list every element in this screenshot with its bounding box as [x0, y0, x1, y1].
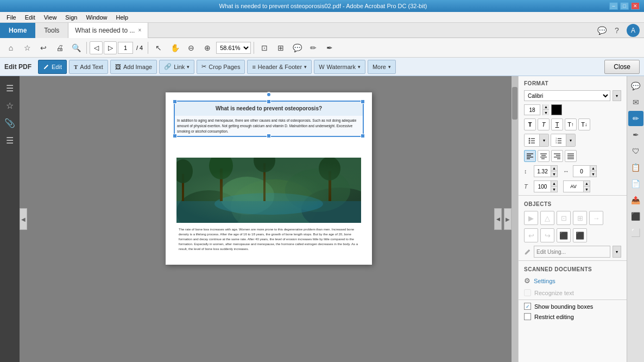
show-bounding-boxes-checkbox[interactable]: ✓ [524, 303, 531, 310]
char-spacing-up[interactable]: ▲ [590, 166, 596, 171]
superscript-button[interactable]: T↑ [565, 118, 577, 130]
close-window-button[interactable]: ✕ [631, 2, 640, 10]
print-btn[interactable]: 🖨 [52, 40, 67, 55]
kerning-down[interactable]: ▼ [583, 186, 590, 192]
edit-button[interactable]: Edit [38, 60, 67, 74]
chat-icon[interactable]: 💬 [596, 25, 607, 36]
home-toolbar-btn[interactable]: ⌂ [3, 40, 18, 55]
prepare-strip-icon[interactable]: 📋 [628, 160, 643, 175]
share-strip-icon[interactable]: ✉ [628, 95, 643, 110]
font-dropdown-arrow[interactable]: ▾ [613, 90, 621, 101]
collapse-right-arrow[interactable]: ▶ [504, 208, 512, 230]
align-right-btn[interactable] [551, 150, 563, 162]
menu-sign[interactable]: Sign [61, 13, 81, 22]
link-button[interactable]: 🔗 Link ▾ [159, 60, 194, 74]
edit-strip-icon[interactable]: ✏ [628, 111, 643, 126]
selection-handle-tm[interactable] [267, 99, 271, 104]
bookmark-sidebar-icon[interactable]: ☆ [2, 98, 17, 113]
add-text-button[interactable]: T Add Text [69, 60, 108, 74]
page-next-btn[interactable]: ▷ [104, 41, 117, 54]
combine-btn[interactable]: ⊞ [273, 40, 288, 55]
align-center-btn[interactable] [538, 150, 550, 162]
line-spacing-up[interactable]: ▲ [551, 166, 557, 171]
underline-button[interactable]: T [551, 118, 563, 130]
bullet-list-arrow[interactable]: ▾ [540, 134, 548, 146]
text-color-swatch[interactable] [551, 104, 562, 115]
edit-using-arrow[interactable]: ▾ [613, 246, 621, 258]
font-scale-input[interactable] [534, 181, 551, 192]
align-justify-btn[interactable] [565, 150, 577, 162]
page-number-input[interactable] [118, 42, 133, 54]
font-name-select[interactable]: Calibri [524, 90, 610, 101]
maximize-button[interactable]: □ [620, 2, 629, 10]
tab-home[interactable]: Home [0, 23, 35, 38]
menu-help[interactable]: Help [112, 13, 133, 22]
scrollbar-thumb[interactable] [512, 87, 517, 120]
more-button[interactable]: More ▾ [368, 60, 396, 74]
sign-strip-icon[interactable]: ✒ [628, 127, 643, 142]
comment-strip-icon[interactable]: 💬 [628, 78, 643, 93]
select-tool[interactable]: ↖ [151, 40, 166, 55]
text-selection-box[interactable]: What is needed to prevent osteoporosis? … [174, 101, 364, 137]
protect-strip-icon[interactable]: 🛡 [628, 143, 643, 159]
side-expand-btn[interactable]: ◀ [494, 208, 502, 230]
selection-handle-top[interactable] [266, 92, 272, 97]
font-size-down[interactable]: ▼ [542, 110, 549, 115]
edit-using-input[interactable] [534, 246, 610, 258]
comment-btn[interactable]: 💬 [289, 40, 305, 55]
zoom-in-btn[interactable]: ⊕ [200, 40, 215, 55]
hand-tool[interactable]: ✋ [167, 40, 182, 55]
kerning-input[interactable] [564, 181, 583, 192]
line-spacing-input[interactable] [534, 166, 551, 177]
attachment-sidebar-icon[interactable]: 📎 [2, 115, 17, 130]
number-list-btn[interactable]: 1.2.3. [551, 134, 566, 146]
stamp-btn[interactable]: ✒ [322, 40, 337, 55]
menu-window[interactable]: Window [81, 13, 111, 22]
recognize-text-checkbox[interactable] [524, 289, 531, 296]
tab-close-button[interactable]: × [138, 27, 141, 33]
selection-handle-bm[interactable] [267, 134, 271, 138]
add-image-button[interactable]: 🖼 Add Image [110, 60, 157, 74]
settings-link[interactable]: Settings [534, 278, 555, 284]
collapse-left-arrow[interactable]: ◀ [20, 208, 27, 230]
watermark-button[interactable]: W Watermark ▾ [314, 60, 365, 74]
help-icon[interactable]: ? [611, 25, 622, 36]
page-prev-btn[interactable]: ◁ [90, 41, 103, 54]
selection-handle-bl[interactable] [173, 134, 177, 138]
subscript-button[interactable]: T↓ [578, 118, 590, 130]
bold-button[interactable]: T [524, 118, 536, 130]
zoom-out-btn[interactable]: ⊖ [184, 40, 199, 55]
selection-handle-tl[interactable] [173, 99, 177, 104]
profile-icon[interactable]: A [627, 24, 640, 37]
tab-document[interactable]: What is needed to ... × [68, 23, 148, 38]
selection-handle-tr[interactable] [361, 99, 365, 104]
close-edit-button[interactable]: Close [604, 60, 640, 74]
redact-strip-icon[interactable]: ⬛ [628, 209, 643, 224]
vertical-scrollbar[interactable] [512, 76, 518, 362]
italic-button[interactable]: T [538, 118, 550, 130]
menu-view[interactable]: View [40, 13, 61, 22]
font-scale-down[interactable]: ▼ [551, 186, 557, 192]
restrict-editing-checkbox[interactable] [524, 313, 531, 320]
header-footer-button[interactable]: ≡ Header & Footer ▾ [247, 60, 312, 74]
crop-pages-button[interactable]: ✂ Crop Pages [197, 60, 245, 74]
back-btn[interactable]: ↩ [36, 40, 51, 55]
scan-btn[interactable]: ⊡ [257, 40, 272, 55]
font-size-input[interactable] [524, 104, 540, 115]
optimize-strip-icon[interactable]: 📄 [628, 176, 643, 191]
tab-tools[interactable]: Tools [35, 23, 68, 38]
bookmark-btn[interactable]: ☆ [20, 40, 35, 55]
char-spacing-down[interactable]: ▼ [590, 171, 596, 177]
menu-file[interactable]: File [2, 13, 21, 22]
font-size-up[interactable]: ▲ [542, 104, 549, 110]
char-spacing-input[interactable] [573, 166, 590, 177]
zoom-select[interactable]: 58.61% 50% 75% 100% [216, 42, 251, 54]
selection-handle-br[interactable] [361, 134, 365, 138]
layers-sidebar-icon[interactable]: ☰ [2, 133, 17, 148]
minimize-button[interactable]: – [609, 2, 618, 10]
compare-strip-icon[interactable]: ⬜ [628, 225, 643, 240]
font-scale-up[interactable]: ▲ [551, 181, 557, 186]
kerning-up[interactable]: ▲ [583, 181, 590, 186]
draw-btn[interactable]: ✏ [306, 40, 321, 55]
search-btn[interactable]: 🔍 [68, 40, 84, 55]
